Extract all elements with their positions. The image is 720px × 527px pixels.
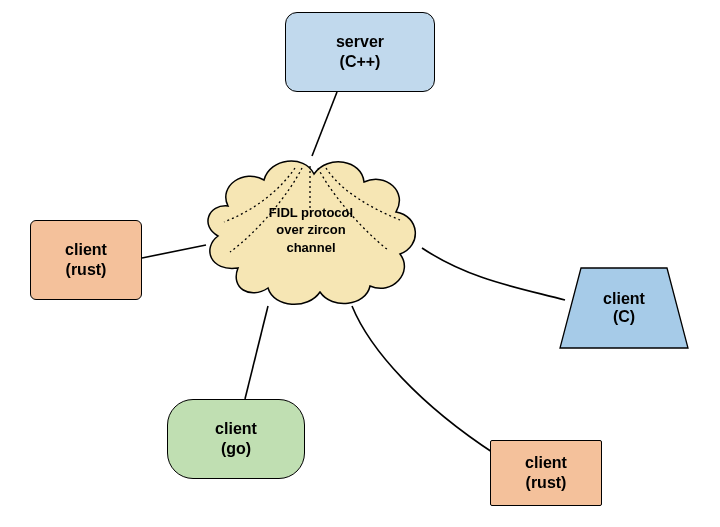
- cloud-line1: FIDL protocol: [269, 204, 353, 222]
- client-go-lang: (go): [221, 439, 251, 459]
- client-rust-left: client (rust): [30, 220, 142, 300]
- server-lang: (C++): [340, 52, 381, 72]
- protocol-cloud: FIDL protocol over zircon channel: [200, 150, 422, 310]
- client-rust-left-title: client: [65, 240, 107, 260]
- svg-line-1: [142, 245, 206, 258]
- cloud-line3: channel: [286, 239, 335, 257]
- client-go: client (go): [167, 399, 305, 479]
- svg-line-0: [312, 92, 337, 156]
- client-c-title: client: [603, 290, 645, 308]
- client-rust-left-lang: (rust): [66, 260, 107, 280]
- server-node: server (C++): [285, 12, 435, 92]
- svg-line-2: [245, 306, 268, 399]
- diagram-stage: server (C++) client (rust) client (go) c…: [0, 0, 720, 527]
- client-rust-right-title: client: [525, 453, 567, 473]
- client-c: client (C): [559, 267, 689, 349]
- client-rust-right-lang: (rust): [526, 473, 567, 493]
- server-title: server: [336, 32, 384, 52]
- cloud-line2: over zircon: [276, 221, 345, 239]
- client-c-label: client (C): [559, 267, 689, 349]
- client-go-title: client: [215, 419, 257, 439]
- client-c-lang: (C): [613, 308, 635, 326]
- client-rust-right: client (rust): [490, 440, 602, 506]
- cloud-label: FIDL protocol over zircon channel: [200, 150, 422, 310]
